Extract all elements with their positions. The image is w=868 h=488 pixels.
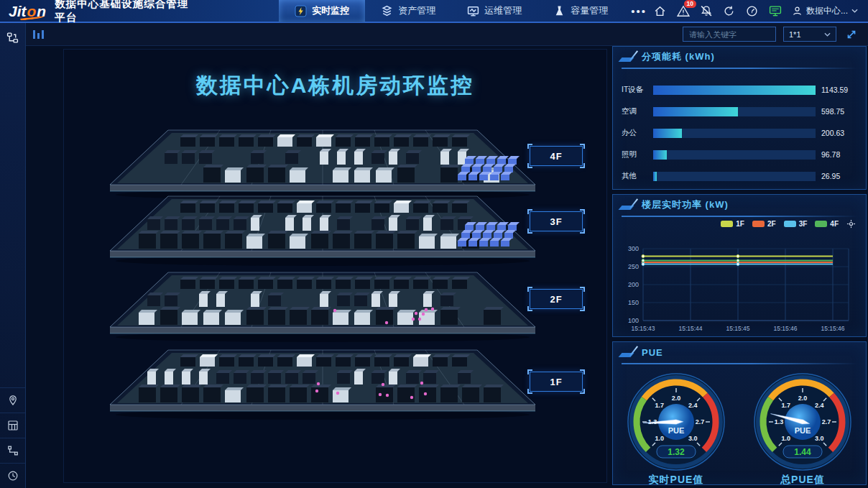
panel-power: 楼层实时功率 (kW) 1F 2F 3F 4F 100 150 200 250 … [612,194,867,338]
pue-gauge: 1.0 1.3 1.7 2.0 2.4 2.7 3.0 PUE 1.32 实时P… [622,367,730,485]
svg-text:15:15:45: 15:15:45 [726,325,749,332]
columns-icon[interactable] [33,30,44,39]
right-panel-column: 分项能耗 (kWh) IT设备 1143.59 空调 598.75 办公 200… [612,46,867,485]
tab-label: 运维管理 [484,4,522,17]
user-menu[interactable]: 数据中心... [792,5,858,17]
building-3d-view: 数据中心A栋机房动环监控 [63,49,607,483]
floor-button-3f[interactable]: 3F [530,211,583,231]
search-input[interactable] [683,27,776,42]
svg-text:100: 100 [628,317,639,324]
chart-toolbox-icon[interactable] [846,219,856,229]
refresh-icon[interactable] [723,4,736,17]
svg-text:15:15:43: 15:15:43 [631,325,655,332]
svg-text:2.4: 2.4 [815,402,824,409]
dashboard-icon[interactable] [746,4,759,17]
sub-toolbar: 1*1 [26,23,868,46]
history-icon[interactable] [0,463,25,488]
lightning-icon [295,5,307,17]
bar-value: 598.75 [821,107,857,116]
legend-item-3f[interactable]: 3F [784,220,808,228]
svg-text:150: 150 [628,299,639,306]
panel-title: 分项能耗 (kWh) [642,50,715,63]
bar-track [653,107,816,116]
energy-bar-row: 空调 598.75 [622,101,857,122]
pue-gauge: 1.0 1.3 1.7 2.0 2.4 2.7 3.0 PUE 1.44 总PU… [749,367,857,485]
floor-3d-2f [100,264,545,344]
layout-select-value: 1*1 [789,30,801,39]
stage-title: 数据中心A栋机房动环监控 [64,71,606,101]
tab-capacity-mgmt[interactable]: 容量管理 [537,0,624,22]
fullscreen-icon[interactable] [844,27,859,42]
power-line-chart: 100 150 200 250 30015:15:4315:15:4415:15… [617,236,860,335]
panel-pue-header: PUE [613,342,866,362]
bar-label: 其他 [622,171,652,181]
svg-text:1.3: 1.3 [775,418,784,425]
chevron-down-icon [851,9,858,13]
panel-energy-header: 分项能耗 (kWh) [613,47,866,67]
monitor-icon[interactable] [769,4,782,17]
app-header: Jiton 数据中心基础设施综合管理平台 实时监控 资产管理 运维管理 容量管理… [0,0,868,23]
bar-fill [653,150,667,160]
svg-text:3.0: 3.0 [688,436,698,443]
svg-text:15:15:46: 15:15:46 [821,325,844,332]
bar-fill [653,129,682,138]
user-label: 数据中心... [806,5,848,17]
floor-3d-3f [100,188,545,268]
energy-bar-row: 办公 200.63 [622,122,857,144]
tab-label: 资产管理 [398,4,435,17]
legend-swatch [721,221,733,227]
legend-label: 4F [830,220,839,228]
bar-label: 照明 [622,149,652,160]
bar-track [653,150,816,160]
location-icon[interactable] [0,387,25,413]
tree-icon[interactable] [6,32,19,44]
tab-ops-mgmt[interactable]: 运维管理 [451,0,537,22]
layers-icon [381,5,393,17]
bar-track [653,172,816,181]
floor-button-2f[interactable]: 2F [530,289,583,309]
panel-energy: 分项能耗 (kWh) IT设备 1143.59 空调 598.75 办公 200… [612,46,867,190]
svg-text:2.7: 2.7 [696,418,705,425]
svg-text:PUE: PUE [668,426,685,435]
svg-text:200: 200 [628,281,639,288]
tab-realtime-monitor[interactable]: 实时监控 [279,0,365,22]
floor-button-1f[interactable]: 1F [530,372,583,392]
flow-icon[interactable] [0,438,25,463]
tab-asset-mgmt[interactable]: 资产管理 [365,0,451,22]
main-nav: 实时监控 资产管理 运维管理 容量管理 ••• [279,0,654,22]
legend-item-2f[interactable]: 2F [752,220,776,228]
panel-slash-icon [629,346,638,357]
svg-text:15:15:46: 15:15:46 [773,325,797,332]
panel-title: PUE [642,347,663,358]
svg-text:1.7: 1.7 [781,402,790,409]
bell-muted-icon[interactable] [700,4,713,17]
energy-bar-row: 其他 26.95 [622,165,857,187]
rail-bottom-group [0,387,25,488]
bar-fill [653,107,738,116]
legend-item-1f[interactable]: 1F [721,220,744,228]
bar-track [653,86,816,95]
svg-text:2.0: 2.0 [672,395,681,402]
grid-icon[interactable] [0,413,25,438]
svg-text:250: 250 [628,263,639,270]
tab-more[interactable]: ••• [624,5,654,17]
pue-gauge-group: 1.0 1.3 1.7 2.0 2.4 2.7 3.0 PUE 1.32 实时P… [613,364,866,485]
svg-text:1.32: 1.32 [668,447,685,457]
legend-swatch [784,221,796,227]
home-icon[interactable] [654,4,667,17]
svg-text:15:15:44: 15:15:44 [678,325,702,332]
user-icon [792,6,803,17]
alarm-icon[interactable]: 10 [677,4,690,17]
energy-bar-row: IT设备 1143.59 [622,79,857,101]
gauge-dial: 1.0 1.3 1.7 2.0 2.4 2.7 3.0 PUE 1.44 [749,367,857,475]
bar-label: 空调 [622,106,652,116]
svg-text:300: 300 [628,245,639,252]
svg-text:1.44: 1.44 [794,447,811,457]
legend-item-4f[interactable]: 4F [815,220,839,228]
layout-select[interactable]: 1*1 [783,27,836,42]
legend-label: 3F [799,220,808,228]
alarm-badge: 10 [684,0,696,8]
floor-button-4f[interactable]: 4F [530,146,583,166]
ops-monitor-icon [467,5,479,17]
chart-legend: 1F 2F 3F 4F [721,219,856,229]
